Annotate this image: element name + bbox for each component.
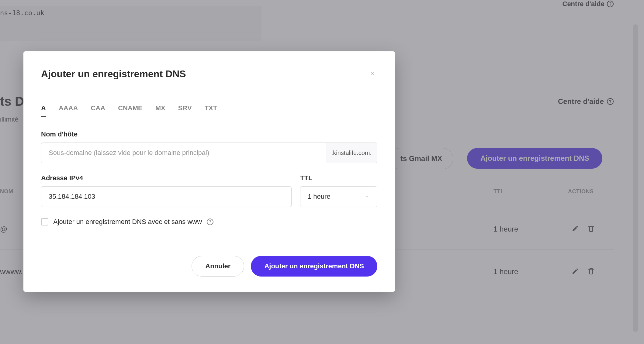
ip-ttl-row: Adresse IPv4 TTL 1 heure bbox=[41, 174, 377, 207]
ttl-column: TTL 1 heure bbox=[300, 174, 377, 207]
ttl-label: TTL bbox=[300, 174, 377, 182]
hostname-label: Nom d'hôte bbox=[41, 130, 377, 138]
chevron-down-icon bbox=[364, 194, 370, 199]
tab-cname[interactable]: CNAME bbox=[118, 104, 143, 117]
add-dns-record-modal: Ajouter un enregistrement DNS A AAAA CAA… bbox=[23, 51, 395, 292]
tab-a[interactable]: A bbox=[41, 104, 46, 117]
www-checkbox[interactable] bbox=[41, 218, 48, 225]
hostname-input-group: .kinstalife.com. bbox=[41, 143, 377, 163]
ttl-select[interactable]: 1 heure bbox=[300, 186, 377, 207]
hostname-input[interactable] bbox=[41, 143, 326, 163]
tab-caa[interactable]: CAA bbox=[91, 104, 105, 117]
ttl-value: 1 heure bbox=[308, 193, 331, 201]
tab-srv[interactable]: SRV bbox=[178, 104, 192, 117]
modal-footer: Annuler Ajouter un enregistrement DNS bbox=[23, 244, 395, 292]
tab-txt[interactable]: TXT bbox=[205, 104, 217, 117]
tab-mx[interactable]: MX bbox=[155, 104, 165, 117]
cancel-button[interactable]: Annuler bbox=[192, 256, 244, 277]
www-checkbox-label: Ajouter un enregistrement DNS avec et sa… bbox=[53, 218, 202, 226]
ip-label: Adresse IPv4 bbox=[41, 174, 292, 182]
record-type-tabs: A AAAA CAA CNAME MX SRV TXT bbox=[41, 104, 377, 117]
tab-aaaa[interactable]: AAAA bbox=[59, 104, 78, 117]
hostname-suffix: .kinstalife.com. bbox=[326, 143, 377, 163]
modal-title: Ajouter un enregistrement DNS bbox=[41, 68, 186, 80]
modal-body: A AAAA CAA CNAME MX SRV TXT Nom d'hôte .… bbox=[23, 92, 395, 244]
ip-column: Adresse IPv4 bbox=[41, 174, 292, 207]
ip-input[interactable] bbox=[41, 186, 292, 207]
submit-button[interactable]: Ajouter un enregistrement DNS bbox=[251, 256, 377, 277]
www-checkbox-row: Ajouter un enregistrement DNS avec et sa… bbox=[41, 218, 377, 226]
help-icon[interactable]: ? bbox=[207, 218, 213, 225]
close-button[interactable] bbox=[368, 68, 377, 78]
close-icon bbox=[369, 70, 376, 76]
modal-header: Ajouter un enregistrement DNS bbox=[23, 51, 395, 92]
